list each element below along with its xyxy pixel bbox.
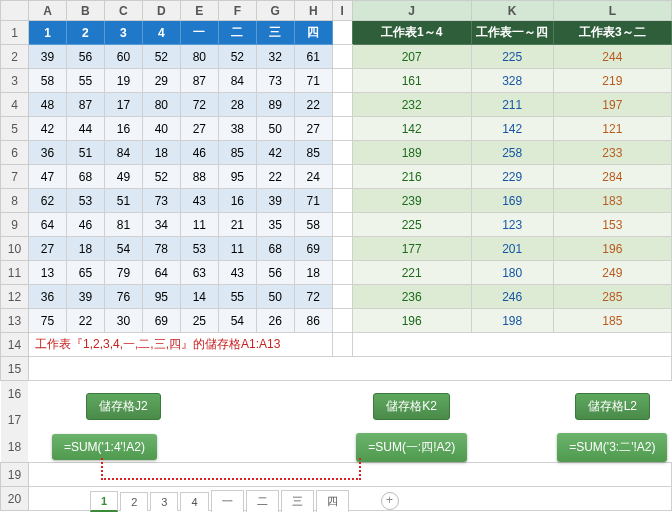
cell[interactable]: 216 [352,165,471,189]
cell[interactable]: 219 [553,69,671,93]
cell[interactable]: 36 [28,285,66,309]
cell[interactable]: 64 [28,213,66,237]
cell[interactable]: 36 [28,141,66,165]
col-H[interactable]: H [294,1,332,21]
cell[interactable]: 153 [553,213,671,237]
row-7[interactable]: 7 [1,165,29,189]
blue-header[interactable]: 2 [66,21,104,45]
row-2[interactable]: 2 [1,45,29,69]
tab-二[interactable]: 二 [246,490,279,512]
cell[interactable]: 34 [142,213,180,237]
cell[interactable]: 50 [256,285,294,309]
cell[interactable]: 46 [66,213,104,237]
cell[interactable]: 196 [553,237,671,261]
blue-header[interactable]: 4 [142,21,180,45]
cell[interactable]: 249 [553,261,671,285]
cell[interactable]: 80 [142,93,180,117]
cell[interactable]: 80 [180,45,218,69]
cell[interactable]: 58 [294,213,332,237]
cell[interactable]: 73 [142,189,180,213]
col-K[interactable]: K [471,1,553,21]
cell[interactable]: 121 [553,117,671,141]
cell[interactable]: 64 [142,261,180,285]
cell[interactable]: 50 [256,117,294,141]
cell[interactable]: 30 [104,309,142,333]
row-1[interactable]: 1 [1,21,29,45]
cell[interactable]: 55 [218,285,256,309]
cell[interactable]: 35 [256,213,294,237]
cell[interactable]: 24 [294,165,332,189]
cell[interactable]: 38 [218,117,256,141]
cell[interactable]: 21 [218,213,256,237]
cell[interactable]: 198 [471,309,553,333]
col-G[interactable]: G [256,1,294,21]
cell[interactable]: 18 [66,237,104,261]
cell[interactable]: 48 [28,93,66,117]
blue-header[interactable]: 3 [104,21,142,45]
cell[interactable]: 79 [104,261,142,285]
cell[interactable]: 18 [142,141,180,165]
row-6[interactable]: 6 [1,141,29,165]
cell[interactable]: 236 [352,285,471,309]
cell[interactable]: 71 [294,69,332,93]
row-16[interactable]: 16 [1,381,29,407]
tab-三[interactable]: 三 [281,490,314,512]
cell[interactable]: 95 [218,165,256,189]
cell[interactable]: 85 [218,141,256,165]
cell[interactable]: 56 [256,261,294,285]
cell[interactable]: 11 [218,237,256,261]
row-17[interactable]: 17 [1,407,29,433]
add-sheet-button[interactable]: + [381,492,399,510]
cell[interactable]: 49 [104,165,142,189]
col-F[interactable]: F [218,1,256,21]
green-header[interactable]: 工作表一～四 [471,21,553,45]
cell[interactable]: 81 [104,213,142,237]
cell[interactable]: 95 [142,285,180,309]
row-19[interactable]: 19 [1,463,29,487]
blue-header[interactable]: 1 [28,21,66,45]
cell[interactable]: 201 [471,237,553,261]
cell[interactable]: 161 [352,69,471,93]
row-18[interactable]: 18 [1,433,29,463]
cell[interactable]: 42 [256,141,294,165]
cell[interactable]: 177 [352,237,471,261]
cell[interactable]: 180 [471,261,553,285]
cell[interactable]: 183 [553,189,671,213]
row-15[interactable]: 15 [1,357,29,381]
cell[interactable]: 18 [294,261,332,285]
cell[interactable]: 185 [553,309,671,333]
cell[interactable]: 88 [180,165,218,189]
cell[interactable]: 60 [104,45,142,69]
cell[interactable]: 85 [294,141,332,165]
cell[interactable]: 229 [471,165,553,189]
cell[interactable]: 39 [256,189,294,213]
row-8[interactable]: 8 [1,189,29,213]
cell[interactable]: 87 [180,69,218,93]
cell[interactable]: 169 [471,189,553,213]
row-5[interactable]: 5 [1,117,29,141]
cell[interactable]: 54 [104,237,142,261]
cell[interactable]: 51 [104,189,142,213]
cell[interactable]: 17 [104,93,142,117]
cell[interactable]: 54 [218,309,256,333]
cell[interactable]: 61 [294,45,332,69]
blue-header[interactable]: 一 [180,21,218,45]
cell[interactable]: 239 [352,189,471,213]
cell[interactable]: 328 [471,69,553,93]
cell[interactable]: 65 [66,261,104,285]
cell[interactable]: 142 [471,117,553,141]
row-12[interactable]: 12 [1,285,29,309]
cell[interactable]: 244 [553,45,671,69]
cell[interactable]: 87 [66,93,104,117]
cell[interactable]: 53 [66,189,104,213]
col-J[interactable]: J [352,1,471,21]
cell[interactable]: 29 [142,69,180,93]
cell[interactable]: 197 [553,93,671,117]
cell[interactable]: 43 [218,261,256,285]
tab-1[interactable]: 1 [90,491,118,512]
col-I[interactable]: I [332,1,352,21]
cell[interactable]: 55 [66,69,104,93]
cell[interactable]: 56 [66,45,104,69]
cell[interactable]: 16 [104,117,142,141]
row-20[interactable]: 20 [1,487,29,511]
